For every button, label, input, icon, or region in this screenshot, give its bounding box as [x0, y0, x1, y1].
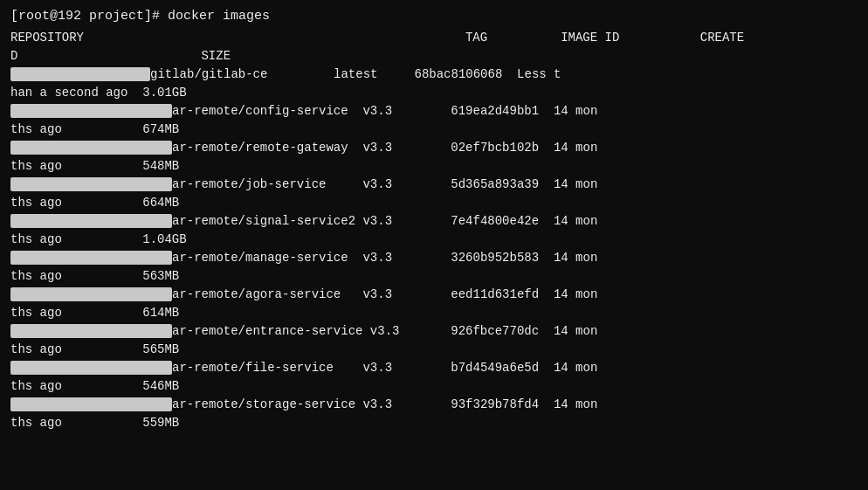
repo-suffix: ar-remote/config-service — [172, 104, 348, 118]
tag: v3.3 — [362, 141, 392, 155]
repo-suffix: ar-remote/job-service — [172, 177, 326, 191]
table-row: ar-remote/file-service v3.3 b7d4549a6e5d… — [10, 359, 858, 396]
repo-suffix: ar-remote/manage-service — [172, 251, 348, 265]
table-row: ar-remote/manage-service v3.3 3260b952b5… — [10, 249, 858, 286]
tag: v3.3 — [362, 324, 399, 338]
repo-suffix: gitlab/gitlab-ce — [150, 67, 267, 81]
table-row: ar-remote/agora-service v3.3 eed11d631ef… — [10, 286, 858, 322]
repo-suffix: ar-remote/storage-service — [172, 397, 355, 411]
image-id: 3260b952b583 — [451, 251, 539, 265]
tag: v3.3 — [362, 104, 392, 118]
table-row: ar-remote/config-service v3.3 619ea2d49b… — [10, 102, 858, 139]
image-id: 93f329b78fd4 — [451, 397, 539, 411]
repo-suffix: ar-remote/entrance-service — [172, 324, 362, 338]
image-id: 68bac8106068 — [414, 67, 502, 81]
command-line: [root@192 project]# docker images — [10, 9, 858, 24]
image-id: 5d365a893a39 — [451, 177, 539, 191]
image-id: 7e4f4800e42e — [451, 214, 539, 228]
header-imageid: IMAGE ID — [561, 31, 619, 45]
repo-suffix: ar-remote/agora-service — [172, 287, 341, 301]
table-header: REPOSITORY TAG IMAGE ID CREATE D SIZE — [10, 29, 858, 66]
header-size: SIZE — [201, 49, 231, 63]
table-row: ar-remote/job-service v3.3 5d365a893a39 … — [10, 176, 858, 212]
header-repository: REPOSITORY — [10, 31, 84, 45]
table-row: ar-remote/remote-gateway v3.3 02ef7bcb10… — [10, 139, 858, 176]
repo-suffix: ar-remote/remote-gateway — [172, 141, 348, 155]
terminal: [root@192 project]# docker images REPOSI… — [0, 0, 868, 490]
tag: v3.3 — [362, 177, 392, 191]
repo-suffix: ar-remote/file-service — [172, 361, 334, 375]
header-tag: TAG — [465, 31, 487, 45]
tag: v3.3 — [362, 287, 392, 301]
tag: v3.3 — [362, 214, 392, 228]
table-row: ar-remote/storage-service v3.3 93f329b78… — [10, 396, 858, 432]
image-id: 619ea2d49bb1 — [451, 104, 539, 118]
tag: v3.3 — [362, 251, 392, 265]
tag: v3.3 — [362, 361, 392, 375]
image-id: b7d4549a6e5d — [451, 361, 539, 375]
repo-suffix: ar-remote/signal-service2 — [172, 214, 355, 228]
table-row: ar-remote/entrance-service v3.3 926fbce7… — [10, 322, 858, 359]
image-id: 926fbce770dc — [451, 324, 539, 338]
table-row: gitlab/gitlab-ce latest 68bac8106068 Les… — [10, 66, 858, 102]
header-created: CREATE — [700, 31, 744, 45]
tag: latest — [334, 67, 377, 81]
table-row: ar-remote/signal-service2 v3.3 7e4f4800e… — [10, 212, 858, 249]
header-d: D — [10, 49, 17, 63]
image-id: 02ef7bcb102b — [451, 141, 539, 155]
tag: v3.3 — [362, 397, 392, 411]
image-id: eed11d631efd — [451, 287, 539, 301]
